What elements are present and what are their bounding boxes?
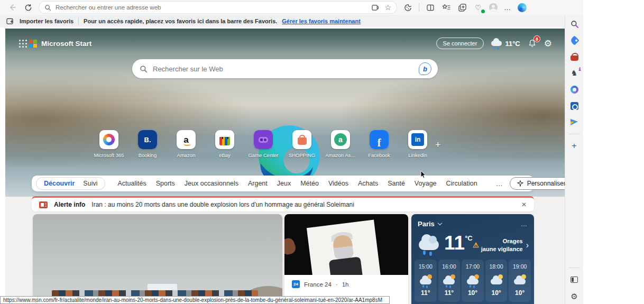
- chevron-down-icon[interactable]: [438, 221, 442, 225]
- web-search-input[interactable]: [153, 65, 413, 73]
- read-aloud-icon[interactable]: [371, 3, 380, 12]
- quick-link-amazon[interactable]: a Amazon: [171, 130, 201, 158]
- sidebar-search-icon[interactable]: [569, 19, 579, 29]
- manage-favorites-link[interactable]: Gérer les favoris maintenant: [282, 18, 361, 24]
- quick-link-shopping[interactable]: SHOPPING: [287, 130, 317, 158]
- tab-suivi[interactable]: Suivi: [83, 180, 97, 187]
- quick-link-label: SHOPPING: [289, 152, 315, 158]
- quick-link-game-center[interactable]: Game Center: [249, 130, 278, 158]
- forecast-hour[interactable]: 18:00 10°: [485, 260, 508, 302]
- toolbar-more-icon[interactable]: …: [504, 4, 511, 12]
- forecast-hour[interactable]: 16:00 11°: [438, 260, 461, 302]
- tab-jeux-occasionnels[interactable]: Jeux occasionnels: [185, 180, 238, 187]
- address-bar[interactable]: ☆: [39, 2, 397, 13]
- tab-decouvrir[interactable]: Découvrir: [44, 180, 75, 187]
- header-weather[interactable]: 11°C: [491, 40, 520, 48]
- shopping-tag-icon[interactable]: [569, 35, 579, 45]
- back-icon[interactable]: [7, 3, 17, 12]
- breaking-news-bar[interactable]: Alerte info Iran : au moins 20 morts dan…: [32, 196, 534, 211]
- personalize-label: Personnaliser: [527, 180, 565, 187]
- weather-card[interactable]: Paris … 11 °C ⚠ Orages jaune vigilance ›: [411, 214, 534, 304]
- browser-essentials-icon[interactable]: ♡: [473, 3, 483, 12]
- microsoft-365-icon[interactable]: [569, 85, 579, 94]
- notifications-bell[interactable]: 8: [528, 39, 537, 48]
- forecast-hour[interactable]: 17:00 10°: [462, 260, 484, 302]
- rail-divider: [568, 134, 580, 134]
- alert-message[interactable]: Iran : au moins 20 morts dans une double…: [91, 201, 354, 208]
- address-input[interactable]: [56, 4, 366, 11]
- france24-logo: 24: [292, 280, 300, 288]
- heart-glyph: ♡: [475, 4, 481, 11]
- news-card-france24[interactable]: 24 France 24 · 1h Iran : au moins 20 mor…: [284, 214, 408, 304]
- cookie-icon[interactable]: [403, 3, 412, 12]
- outlook-icon[interactable]: [569, 101, 579, 110]
- tab-videos[interactable]: Vidéos: [328, 180, 348, 187]
- quick-link-amazon-as[interactable]: a Amazon As…: [326, 130, 355, 158]
- sidebar-toggle-icon[interactable]: [569, 275, 579, 284]
- quick-link-linkedin[interactable]: in Linkedin: [403, 130, 433, 158]
- warning-icon: ⚠: [473, 241, 479, 250]
- weather-city[interactable]: Paris: [418, 220, 435, 228]
- page-settings-icon[interactable]: ⚙: [544, 39, 552, 48]
- tab-actualites[interactable]: Actualités: [117, 180, 146, 187]
- quick-link-label: Amazon As…: [325, 152, 356, 158]
- alert-close-icon[interactable]: ✕: [521, 201, 527, 208]
- forecast-hour[interactable]: 19:00 10°: [509, 260, 531, 302]
- copilot-icon[interactable]: [518, 3, 527, 12]
- amazon-tile-icon: a: [177, 130, 196, 149]
- feed-nav-bar: Découvrir Suivi Actualités Sports Jeux o…: [32, 176, 534, 191]
- cloud-moon-icon: [491, 279, 502, 284]
- refresh-icon[interactable]: [23, 3, 33, 12]
- weather-alert[interactable]: ⚠ Orages jaune vigilance ›: [473, 233, 529, 253]
- favorite-star-icon[interactable]: ☆: [384, 4, 391, 11]
- rail-settings-icon[interactable]: ⚙: [569, 291, 579, 301]
- rail-add-icon[interactable]: +: [569, 141, 579, 151]
- import-favorites-icon: [5, 16, 15, 26]
- add-shortcut-icon[interactable]: +: [435, 140, 441, 151]
- notification-badge: 8: [533, 35, 540, 42]
- games-icon[interactable]: ♞♝: [569, 68, 579, 78]
- tab-circulation[interactable]: Circulation: [446, 180, 477, 187]
- weather-menu-icon[interactable]: …: [521, 220, 528, 228]
- profile-avatar[interactable]: [489, 3, 498, 12]
- grocery-basket-icon[interactable]: [569, 52, 579, 61]
- hour-label: 16:00: [442, 263, 456, 270]
- tab-argent[interactable]: Argent: [248, 180, 268, 187]
- app-launcher-icon[interactable]: [19, 40, 21, 41]
- linkedin-tile-icon: in: [408, 130, 427, 149]
- import-favorites-label[interactable]: Importer les favoris: [20, 18, 73, 24]
- brand-title[interactable]: Microsoft Start: [41, 40, 91, 48]
- collections-add-icon[interactable]: [457, 3, 467, 12]
- bishop-glyph: ♝: [577, 67, 582, 72]
- split-screen-icon[interactable]: [426, 3, 435, 12]
- favorites-list-icon[interactable]: [441, 3, 451, 12]
- status-url-tooltip: https://www.msn.com/fr-fr/actualite/mond…: [0, 296, 390, 304]
- bing-icon[interactable]: b: [419, 62, 431, 75]
- toolbar-divider: [419, 3, 419, 12]
- quick-link-ebay[interactable]: eBay: [210, 130, 240, 158]
- news-card-bfm[interactable]: CMA CGM BFM Business · 12m: [33, 214, 282, 304]
- sign-in-button[interactable]: Se connecter: [436, 38, 484, 49]
- forecast-hour[interactable]: 15:00 11°: [415, 260, 437, 302]
- tab-jeux[interactable]: Jeux: [277, 180, 291, 187]
- tab-voyage[interactable]: Voyage: [415, 180, 437, 187]
- tab-sports[interactable]: Sports: [156, 180, 175, 187]
- ebay-tile-icon: [215, 130, 234, 149]
- msn-start-page: Microsoft Start Se connecter 11°C 8 ⚙: [5, 29, 565, 304]
- chevron-right-icon[interactable]: ›: [526, 239, 529, 251]
- cloud-moon-icon: [514, 279, 526, 284]
- screen: ☆ ♡ … Importer les favoris Pour un accès…: [0, 0, 644, 304]
- web-search-bar[interactable]: b: [132, 59, 438, 78]
- temperature-unit: °C: [465, 234, 473, 242]
- nav-more-icon[interactable]: …: [496, 180, 503, 188]
- hour-temp: 10°: [515, 289, 525, 297]
- window-margin: [583, 0, 644, 304]
- tab-achats[interactable]: Achats: [358, 180, 378, 187]
- personalize-button[interactable]: Personnaliser: [510, 177, 565, 190]
- quick-link-booking[interactable]: B. Booking: [133, 130, 162, 158]
- quick-link-facebook[interactable]: f Facebook: [364, 130, 394, 158]
- tab-sante[interactable]: Santé: [388, 180, 405, 187]
- drop-icon[interactable]: [569, 117, 579, 127]
- tab-meteo[interactable]: Météo: [300, 180, 319, 187]
- quick-link-microsoft-365[interactable]: Microsoft 365: [94, 130, 124, 158]
